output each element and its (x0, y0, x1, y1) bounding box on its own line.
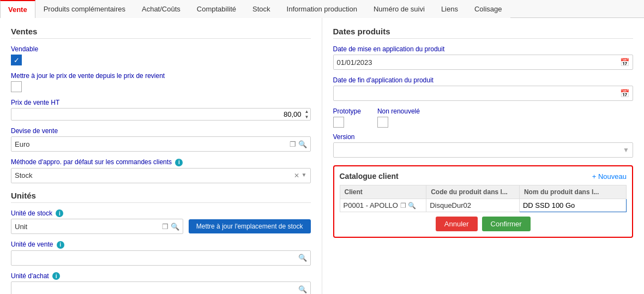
prototype-label: Prototype (333, 107, 361, 115)
nom-cell (519, 199, 626, 212)
catalogue-table: Client Code du produit dans l... Nom du … (340, 185, 627, 212)
prix-vente-up-arrow[interactable]: ▲ (305, 109, 309, 115)
tab-stock[interactable]: Stock (244, 0, 279, 18)
methode-appro-field: Méthode d'appro. par défaut sur les comm… (11, 158, 311, 183)
prix-vente-input-wrap: ▲ ▼ (11, 108, 311, 121)
devise-search-icon[interactable]: 🔍 (298, 140, 307, 148)
mettre-a-jour-label: Mettre à jour le prix de vente depuis le… (11, 72, 311, 80)
date-application-field: Date de mise en application du produit 0… (333, 45, 634, 70)
date-application-label: Date de mise en application du produit (333, 45, 634, 53)
catalogue-box: Catalogue client + Nouveau Client Code d… (333, 165, 634, 238)
unite-stock-copy-icon[interactable]: ❐ (162, 223, 168, 231)
nom-produit-input[interactable] (523, 201, 623, 209)
tab-information-production[interactable]: Information production (279, 0, 365, 18)
unite-achat-label: Unité d'achat i (11, 272, 311, 280)
section-ventes: Ventes (11, 27, 311, 39)
mettre-a-jour-checkbox[interactable] (11, 81, 22, 92)
unite-stock-value: Unit (15, 223, 162, 231)
prototype-field: Prototype (333, 107, 361, 128)
unite-vente-info-icon[interactable]: i (57, 241, 64, 249)
methode-appro-info-icon[interactable]: i (175, 159, 183, 166)
mettre-a-jour-field: Mettre à jour le prix de vente depuis le… (11, 72, 311, 92)
version-wrap: ▼ (333, 142, 634, 158)
devise-copy-icon[interactable]: ❐ (290, 140, 296, 148)
date-fin-label: Date de fin d'application du produit (333, 76, 634, 84)
date-application-value: 01/01/2023 (337, 58, 621, 67)
unite-achat-info-icon[interactable]: i (52, 272, 60, 280)
client-search-icon[interactable]: 🔍 (408, 202, 416, 209)
left-panel: Ventes Vendable ✓ Mettre à jour le prix … (0, 18, 322, 294)
tabs-bar: VenteProduits complémentairesAchat/Coûts… (0, 0, 644, 18)
col-code: Code du produit dans l... (426, 185, 520, 199)
prototype-checkbox[interactable] (333, 117, 344, 128)
confirm-button[interactable]: Confirmer (482, 217, 531, 231)
prix-vente-label: Prix de vente HT (11, 99, 311, 106)
methode-x-icon[interactable]: ✕ (294, 172, 299, 179)
version-field: Version ▼ (333, 133, 634, 158)
devise-vente-wrap: Euro ❐ 🔍 (11, 136, 311, 152)
unite-vente-field: Unité de vente i 🔍 (11, 241, 311, 266)
version-label: Version (333, 133, 634, 141)
non-renouvele-field: Non renouvelé (377, 107, 420, 128)
date-application-wrap: 01/01/2023 📅 (333, 55, 634, 70)
tab-colisage[interactable]: Colisage (466, 0, 510, 18)
unite-achat-search-icon[interactable]: 🔍 (298, 285, 307, 293)
methode-appro-label: Méthode d'appro. par défaut sur les comm… (11, 158, 311, 166)
section-unites: Unités (11, 191, 311, 203)
non-renouvele-label: Non renouvelé (377, 107, 420, 115)
prix-vente-input[interactable] (15, 109, 304, 120)
unite-achat-wrap: 🔍 (11, 281, 311, 294)
code-cell: DisqueDur02 (426, 199, 520, 212)
action-buttons: Annuler Confirmer (340, 217, 627, 231)
tab-produits-complementaires[interactable]: Produits complémentaires (35, 0, 134, 18)
client-copy-icon[interactable]: ❐ (400, 202, 406, 209)
tab-achat-couts[interactable]: Achat/Coûts (134, 0, 189, 18)
col-nom: Nom du produit dans l... (519, 185, 626, 199)
client-value: P0001 - APOLLO (344, 201, 398, 209)
tab-vente[interactable]: Vente (0, 0, 35, 18)
prix-vente-arrows: ▲ ▼ (304, 109, 310, 120)
client-cell: P0001 - APOLLO ❐ 🔍 (340, 199, 426, 212)
date-fin-calendar-icon[interactable]: 📅 (620, 89, 629, 98)
unite-stock-row: Unit ❐ 🔍 Mettre à jour l'emplacement de … (11, 219, 311, 234)
table-header-row: Client Code du produit dans l... Nom du … (340, 185, 627, 199)
unite-stock-label: Unité de stock i (11, 209, 311, 218)
methode-appro-value: Stock (15, 171, 294, 179)
unite-stock-field: Unité de stock i Unit ❐ 🔍 Mettre à jour … (11, 209, 311, 235)
unite-stock-info-icon[interactable]: i (56, 209, 63, 217)
section-dates: Dates produits (333, 27, 634, 39)
devise-vente-value: Euro (15, 140, 290, 148)
tab-comptabilite[interactable]: Comptabilité (189, 0, 244, 18)
unite-vente-search-icon[interactable]: 🔍 (298, 254, 307, 262)
col-client: Client (340, 185, 426, 199)
non-renouvele-checkbox[interactable] (377, 117, 388, 128)
prix-vente-field: Prix de vente HT ▲ ▼ (11, 99, 311, 121)
nouveau-button[interactable]: + Nouveau (592, 172, 627, 181)
prix-vente-down-arrow[interactable]: ▼ (305, 115, 309, 120)
devise-vente-field: Devise de vente Euro ❐ 🔍 (11, 127, 311, 152)
update-stock-btn[interactable]: Mettre à jour l'emplacement de stock (189, 219, 311, 233)
cancel-button[interactable]: Annuler (436, 217, 478, 231)
table-row: P0001 - APOLLO ❐ 🔍 DisqueDur02 (340, 199, 627, 212)
date-fin-field: Date de fin d'application du produit 📅 (333, 76, 634, 101)
version-dropdown-icon[interactable]: ▼ (623, 146, 629, 154)
unite-stock-wrap: Unit ❐ 🔍 (11, 219, 183, 234)
unite-vente-label: Unité de vente i (11, 241, 311, 249)
catalogue-title: Catalogue client (340, 172, 399, 181)
prototype-row: Prototype Non renouvelé (333, 107, 634, 128)
date-application-calendar-icon[interactable]: 📅 (620, 58, 629, 67)
vendable-field: Vendable ✓ (11, 45, 311, 65)
unite-vente-wrap: 🔍 (11, 250, 311, 266)
tab-liens[interactable]: Liens (433, 0, 466, 18)
right-panel: Dates produits Date de mise en applicati… (322, 18, 645, 294)
catalogue-header: Catalogue client + Nouveau (340, 172, 627, 181)
unite-stock-search-icon[interactable]: 🔍 (171, 223, 179, 231)
unite-achat-field: Unité d'achat i 🔍 (11, 272, 311, 294)
tab-numero-de-suivi[interactable]: Numéro de suivi (365, 0, 433, 18)
vendable-checkbox[interactable]: ✓ (11, 55, 22, 65)
vendable-label: Vendable (11, 45, 311, 53)
methode-arrow-icon[interactable]: ▼ (302, 172, 307, 179)
date-fin-wrap: 📅 (333, 86, 634, 101)
methode-appro-wrap: Stock ✕ ▼ (11, 168, 311, 183)
devise-vente-label: Devise de vente (11, 127, 311, 135)
